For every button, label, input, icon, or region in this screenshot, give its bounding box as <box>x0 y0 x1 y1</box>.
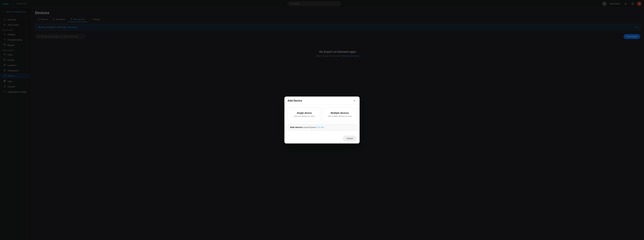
cancel-button[interactable]: Cancel <box>343 136 356 141</box>
modal-header: Add Device ✕ <box>284 97 360 104</box>
multiple-devices-title: Multiple devices <box>326 112 354 114</box>
bulk-text: Import/Upload <box>303 126 316 128</box>
multiple-devices-option[interactable]: Multiple devices Add multiple devices at… <box>323 108 356 121</box>
modal-body: Single device Add one device at a time M… <box>284 104 360 134</box>
csv-file-link[interactable]: CSV file <box>316 126 324 128</box>
bulk-section: Bulk devices Import/Upload CSV file <box>288 124 356 131</box>
modal-overlay[interactable]: Add Device ✕ Single device Add one devic… <box>0 0 644 240</box>
modal-close-button[interactable]: ✕ <box>352 99 356 102</box>
single-device-title: Single device <box>290 112 318 114</box>
add-device-modal: Add Device ✕ Single device Add one devic… <box>284 97 360 143</box>
single-device-option[interactable]: Single device Add one device at a time <box>288 108 321 121</box>
modal-footer: Cancel <box>284 134 360 143</box>
bulk-label: Bulk devices <box>290 126 303 128</box>
modal-title: Add Device <box>288 99 302 102</box>
single-device-desc: Add one device at a time <box>290 115 318 117</box>
device-options: Single device Add one device at a time M… <box>288 108 356 121</box>
multiple-devices-desc: Add multiple devices at once <box>326 115 354 117</box>
